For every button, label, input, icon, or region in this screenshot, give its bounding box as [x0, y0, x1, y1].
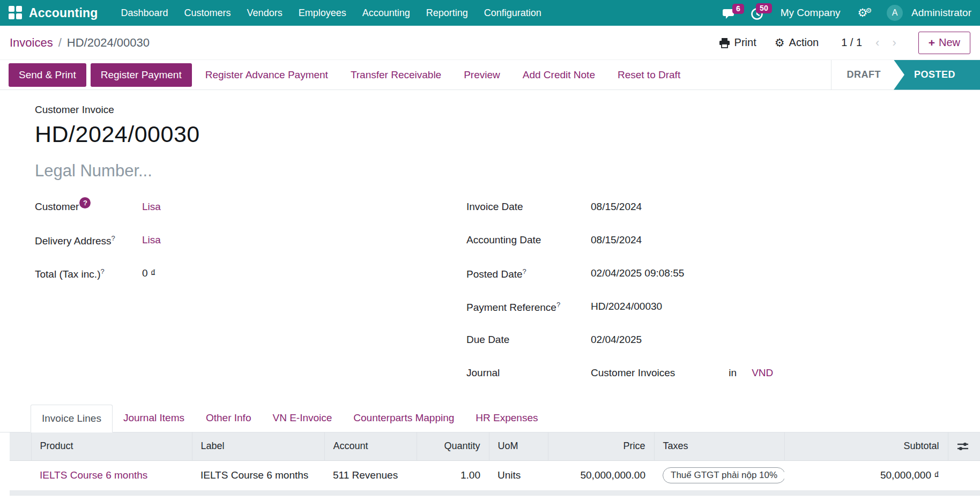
top-navbar: Accounting Dashboard Customers Vendors E… — [0, 0, 980, 26]
total-tax-inc-value[interactable]: 0 ₫ — [142, 267, 156, 279]
preview-button[interactable]: Preview — [455, 63, 509, 87]
tab-journal-items[interactable]: Journal Items — [113, 405, 195, 432]
new-button[interactable]: + New — [918, 32, 970, 54]
header-optional-columns — [948, 432, 980, 460]
field-customer: Customer? Lisa — [35, 201, 466, 234]
pager-prev-icon[interactable]: ‹ — [871, 36, 884, 50]
user-avatar[interactable]: A — [887, 5, 903, 21]
printer-icon — [719, 38, 730, 48]
header-taxes[interactable]: Taxes — [654, 432, 784, 460]
cell-price[interactable]: 50,000,000.00 — [548, 460, 654, 490]
posted-date-help-icon: ? — [523, 267, 526, 275]
header-product[interactable]: Product — [31, 432, 192, 460]
nav-item-vendors[interactable]: Vendors — [239, 0, 291, 26]
send-print-button[interactable]: Send & Print — [9, 63, 86, 87]
messages-icon[interactable]: 6 — [717, 6, 741, 20]
invoice-number-title: HD/2024/00030 — [35, 121, 970, 147]
accounting-date-label: Accounting Date — [466, 234, 591, 246]
header-uom[interactable]: UoM — [489, 432, 548, 460]
tab-hr-expenses[interactable]: HR Expenses — [465, 405, 548, 432]
table-header-row: Product Label Account Quantity UoM Price… — [10, 432, 980, 460]
control-panel: Invoices / HD/2024/00030 Print ⚙ Action … — [0, 26, 980, 60]
register-payment-button[interactable]: Register Payment — [91, 63, 192, 87]
apps-menu-icon[interactable] — [9, 6, 23, 20]
journal-label: Journal — [466, 367, 591, 379]
tab-counterparts-mapping[interactable]: Counterparts Mapping — [343, 405, 465, 432]
user-menu[interactable]: Administrator — [911, 7, 971, 19]
cell-end — [948, 460, 980, 490]
breadcrumb-separator: / — [58, 36, 62, 50]
journal-currency-link[interactable]: VND — [752, 367, 773, 379]
register-advance-payment-button[interactable]: Register Advance Payment — [196, 63, 337, 87]
delivery-address-label: Delivery Address? — [35, 234, 142, 247]
pager-next-icon[interactable]: › — [887, 36, 901, 50]
cell-account[interactable]: 511 Revenues — [324, 460, 417, 490]
cell-taxes[interactable]: Thuế GTGT phải nộp 10% — [654, 460, 784, 490]
posted-date-value: 02/04/2025 09:08:55 — [591, 267, 684, 279]
total-tax-inc-label: Total (Tax inc.)? — [35, 267, 142, 280]
status-widget: DRAFT POSTED — [831, 60, 980, 89]
journal-value[interactable]: Customer Invoices — [591, 367, 675, 379]
header-subtotal[interactable]: Subtotal — [784, 432, 948, 460]
cell-quantity[interactable]: 1.00 — [417, 460, 489, 490]
plus-icon: + — [929, 36, 935, 49]
legal-number-input[interactable]: Legal Number... — [35, 161, 970, 181]
row-gutter — [10, 460, 31, 490]
header-account[interactable]: Account — [324, 432, 417, 460]
activities-icon[interactable]: 50 — [745, 5, 769, 20]
print-button[interactable]: Print — [711, 33, 764, 52]
reset-to-draft-button[interactable]: Reset to Draft — [608, 63, 689, 87]
breadcrumb: Invoices / HD/2024/00030 — [10, 36, 150, 50]
nav-item-customers[interactable]: Customers — [176, 0, 239, 26]
header-price[interactable]: Price — [548, 432, 654, 460]
invoice-lines-table: Product Label Account Quantity UoM Price… — [10, 432, 980, 491]
nav-item-dashboard[interactable]: Dashboard — [113, 0, 176, 26]
header-label[interactable]: Label — [192, 432, 324, 460]
invoice-form-sheet: Customer Invoice HD/2024/00030 Legal Num… — [0, 90, 980, 400]
action-label: Action — [789, 36, 819, 49]
field-total-tax-inc: Total (Tax inc.)? 0 ₫ — [35, 267, 466, 301]
cell-product[interactable]: IELTS Course 6 months — [31, 460, 192, 490]
accounting-date-value[interactable]: 08/15/2024 — [591, 234, 642, 246]
nav-item-accounting[interactable]: Accounting — [354, 0, 418, 26]
company-switcher[interactable]: My Company — [773, 7, 848, 19]
gear-icon: ⚙ — [775, 36, 785, 49]
customer-help-icon[interactable]: ? — [79, 197, 91, 208]
action-button[interactable]: ⚙ Action — [767, 33, 826, 53]
tax-badge[interactable]: Thuế GTGT phải nộp 10% — [663, 467, 784, 483]
sliders-icon[interactable] — [957, 441, 969, 452]
invoice-date-label: Invoice Date — [466, 201, 591, 213]
tab-invoice-lines[interactable]: Invoice Lines — [31, 405, 113, 432]
header-quantity[interactable]: Quantity — [417, 432, 489, 460]
delivery-address-value-link[interactable]: Lisa — [142, 234, 161, 246]
posted-date-label: Posted Date? — [466, 267, 591, 280]
payment-reference-value[interactable]: HD/2024/00030 — [591, 301, 662, 312]
next-row-strip — [10, 491, 980, 496]
settings-cogs-icon[interactable]: ⚙⚙ — [852, 6, 879, 19]
breadcrumb-invoices-link[interactable]: Invoices — [10, 36, 53, 50]
status-draft[interactable]: DRAFT — [831, 69, 894, 80]
invoice-line-row[interactable]: IELTS Course 6 months IELTS Course 6 mon… — [10, 460, 980, 490]
tab-vn-e-invoice[interactable]: VN E-Invoice — [262, 405, 343, 432]
breadcrumb-current: HD/2024/00030 — [67, 36, 150, 50]
cell-label[interactable]: IELTS Course 6 months — [192, 460, 324, 490]
delivery-help-icon: ? — [112, 234, 115, 242]
messages-badge: 6 — [732, 4, 744, 14]
invoice-date-value[interactable]: 08/15/2024 — [591, 201, 642, 213]
field-posted-date: Posted Date? 02/04/2025 09:08:55 — [466, 267, 970, 301]
header-gutter — [10, 432, 31, 460]
customer-label: Customer? — [35, 201, 142, 213]
transfer-receivable-button[interactable]: Transfer Receivable — [341, 63, 450, 87]
nav-item-employees[interactable]: Employees — [291, 0, 354, 26]
app-title[interactable]: Accounting — [29, 6, 98, 20]
add-credit-note-button[interactable]: Add Credit Note — [514, 63, 604, 87]
due-date-value[interactable]: 02/04/2025 — [591, 334, 642, 346]
customer-value-link[interactable]: Lisa — [142, 201, 161, 213]
total-help-icon: ? — [100, 267, 104, 275]
cell-subtotal: 50,000,000 ₫ — [784, 460, 948, 490]
tab-other-info[interactable]: Other Info — [195, 405, 262, 432]
due-date-label: Due Date — [466, 334, 591, 346]
nav-item-configuration[interactable]: Configuration — [476, 0, 550, 26]
nav-item-reporting[interactable]: Reporting — [418, 0, 476, 26]
cell-uom[interactable]: Units — [489, 460, 548, 490]
